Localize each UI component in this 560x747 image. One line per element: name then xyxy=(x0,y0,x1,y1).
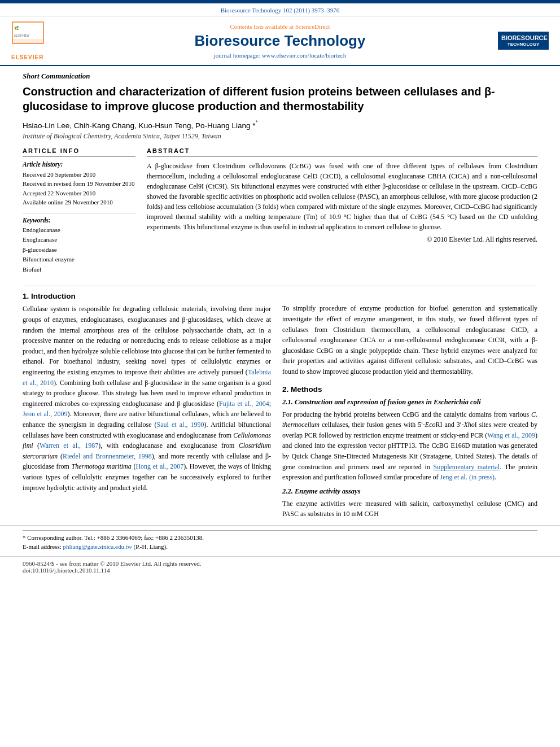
ref-saul[interactable]: Saul et al., 1990 xyxy=(157,421,204,429)
methods-title: 2. Methods xyxy=(282,385,537,394)
footnote-email: E-mail address: phliang@gate.sinica.edu.… xyxy=(23,542,537,552)
sciencedirect-label: Contents lists available at ScienceDirec… xyxy=(62,23,498,30)
accepted-date: Accepted 22 November 2010 xyxy=(23,189,135,198)
available-date: Available online 29 November 2010 xyxy=(23,198,135,207)
right-column: To simplify procedure of enzyme producti… xyxy=(282,286,537,519)
short-communication-label: Short Communication xyxy=(23,72,537,81)
ref-warren[interactable]: Warren et al., 1987 xyxy=(40,442,98,449)
journal-homepage: journal homepage: www.elsevier.com/locat… xyxy=(62,52,498,59)
abstract-header: ABSTRACT xyxy=(147,147,537,156)
left-column: 1. Introduction Cellulase system is resp… xyxy=(23,286,271,519)
keyword-5: Biofuel xyxy=(23,265,135,275)
keywords-section: Keywords: Endoglucanase Exoglucanase β-g… xyxy=(23,213,135,275)
paper-title: Construction and characterization of dif… xyxy=(23,84,537,113)
keywords-label: Keywords: xyxy=(23,217,135,224)
logo-box: BIORESOURCE TECHNOLOGY xyxy=(498,32,549,50)
revised-date: Received in revised form 19 November 201… xyxy=(23,179,135,189)
email-link[interactable]: phliang@gate.sinica.edu.tw xyxy=(63,543,132,550)
article-info-col: ARTICLE INFO Article history: Received 2… xyxy=(23,147,135,275)
bottom-info: 0960-8524/$ - see front matter © 2010 El… xyxy=(0,556,560,577)
svg-rect-3 xyxy=(12,39,43,43)
existing-word: existing xyxy=(67,368,89,376)
footnote-area: * Corresponding author. Tel.: +886 2 336… xyxy=(0,525,560,552)
svg-text:ELSEVIER: ELSEVIER xyxy=(14,34,29,37)
ref-talebnia[interactable]: Talebnia et al., 2010 xyxy=(23,368,271,387)
elsevier-logo: 🌿 ELSEVIER ELSEVIER xyxy=(11,21,62,60)
issn-text: 0960-8524/$ - see front matter © 2010 El… xyxy=(23,560,537,567)
ref-jeon[interactable]: Jeon et al., 2009 xyxy=(23,410,68,418)
header-center: Contents lists available at ScienceDirec… xyxy=(62,23,498,59)
bioresource-logo: BIORESOURCE TECHNOLOGY xyxy=(498,32,549,50)
elsevier-text: ELSEVIER xyxy=(11,54,62,60)
page: Bioresource Technology 102 (2011) 3973–3… xyxy=(0,0,560,747)
subsection-2-2-title: 2.2. Enzyme activity assays xyxy=(282,487,537,496)
article-info-header: ARTICLE INFO xyxy=(23,147,135,156)
doi-text: doi:10.1016/j.biortech.2010.11.114 xyxy=(23,567,537,574)
footnote-corresponding: * Corresponding author. Tel.: +886 2 336… xyxy=(23,533,537,543)
authors: Hsiao-Lin Lee, Chih-Kang Chang, Kuo-Hsun… xyxy=(23,119,537,130)
ref-hong[interactable]: Hong et al., 2007 xyxy=(135,462,183,470)
journal-title: Bioresource Technology xyxy=(62,32,498,50)
ref-wang[interactable]: Wang et al., 2009 xyxy=(487,431,535,439)
main-content: 1. Introduction Cellulase system is resp… xyxy=(0,286,560,519)
journal-reference: Bioresource Technology 102 (2011) 3973–3… xyxy=(0,3,560,16)
keyword-2: Exoglucanase xyxy=(23,235,135,245)
affiliation: Institute of Biological Chemistry, Acade… xyxy=(23,132,537,141)
received-date: Received 20 September 2010 xyxy=(23,170,135,180)
ref-riedel[interactable]: Riedel and Bronnenmeier, 1998 xyxy=(63,452,152,460)
content-area: Short Communication Construction and cha… xyxy=(0,66,560,286)
keyword-1: Endoglucanase xyxy=(23,225,135,235)
intro-text: Cellulase system is responsible for degr… xyxy=(23,304,271,493)
abstract-text: A β-glucosidase from Clostridium cellulo… xyxy=(147,161,537,244)
journal-header: 🌿 ELSEVIER ELSEVIER Contents lists avail… xyxy=(0,16,560,66)
intro-title: 1. Introduction xyxy=(23,292,271,300)
subsection-2-2-text: The enzyme activities were measured with… xyxy=(282,499,537,519)
supplementary-link[interactable]: Supplementary material xyxy=(434,463,500,471)
svg-text:🌿: 🌿 xyxy=(14,25,19,30)
keyword-4: Bifunctional enzyme xyxy=(23,255,135,265)
copyright: © 2010 Elsevier Ltd. All rights reserved… xyxy=(147,234,537,244)
article-info-abstract: ARTICLE INFO Article history: Received 2… xyxy=(23,147,537,275)
subsection-2-1-title: 2.1. Construction and expression of fusi… xyxy=(282,398,537,407)
ref-jeng[interactable]: Jeng et al. (in press) xyxy=(440,473,495,481)
right-intro-text: To simplify procedure of enzyme producti… xyxy=(282,303,537,377)
ref-fujita[interactable]: Fujita et al., 2004 xyxy=(219,400,269,408)
keyword-3: β-glucosidase xyxy=(23,245,135,255)
subsection-2-1-text: For producing the hybrid proteins betwee… xyxy=(282,409,537,483)
history-label: Article history: xyxy=(23,161,135,168)
abstract-col: ABSTRACT A β-glucosidase from Clostridiu… xyxy=(147,147,537,275)
